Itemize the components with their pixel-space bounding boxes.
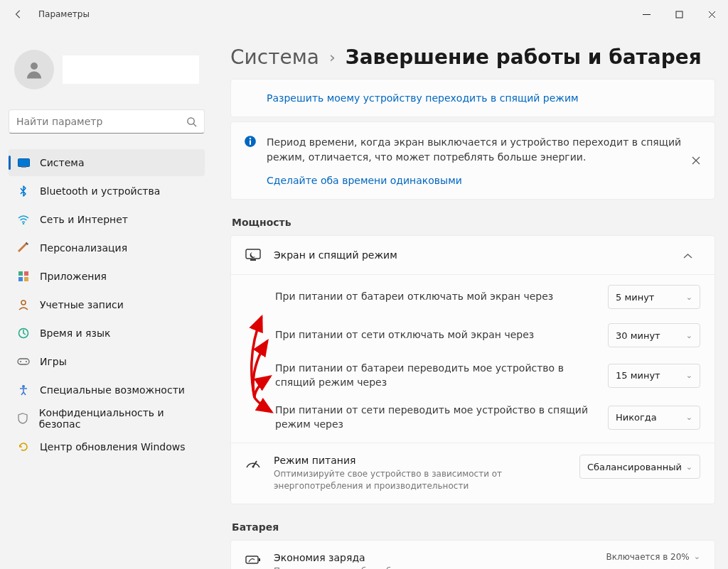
dropdown-value: Сбалансированный [587,462,682,472]
maximize-button[interactable] [663,0,695,28]
svg-rect-23 [250,259,256,261]
gamepad-icon [17,355,30,368]
screen-sleep-header[interactable]: Экран и спящий режим [231,236,714,274]
nav-time-language[interactable]: Время и язык [9,320,205,347]
app-title: Параметры [38,9,90,19]
apps-icon [17,270,30,283]
nav-network[interactable]: Сеть и Интернет [9,206,205,233]
allow-sleep-link[interactable]: Разрешить моему устройству переходить в … [230,79,715,117]
nav-bluetooth[interactable]: Bluetooth и устройства [9,178,205,205]
opt-plugged-sleep: При питании от сети переводить мое устро… [245,396,700,438]
opt-label: При питании от батареи отключать мой экр… [245,290,596,304]
svg-rect-27 [259,558,260,561]
opt-plugged-screen-off: При питании от сети отключать мой экран … [245,316,700,354]
update-icon [17,440,30,453]
nav-label: Персонализация [40,242,127,254]
account-icon [17,298,30,311]
chevron-down-icon: ⌄ [686,371,692,380]
nav-label: Сеть и Интернет [40,214,128,225]
svg-rect-11 [18,277,23,281]
opt-battery-sleep: При питании от батареи переводить мое ус… [245,354,700,396]
nav-accounts[interactable]: Учетные записи [9,291,205,318]
svg-point-20 [250,138,251,139]
svg-point-25 [252,466,255,468]
power-mode-title: Режим питания [274,455,567,466]
chevron-right-icon: › [329,48,336,66]
dropdown-value: 15 минут [616,370,660,381]
user-account-row[interactable] [9,36,205,109]
nav-personalization[interactable]: Персонализация [9,234,205,261]
nav-label: Учетные записи [40,299,124,310]
nav-label: Конфиденциальность и безопас [39,407,196,430]
power-mode-row: Режим питания Оптимизируйте свое устройс… [231,443,714,504]
nav-accessibility[interactable]: Специальные возможности [9,376,205,403]
nav-list: Система Bluetooth и устройства Сеть и Ин… [9,149,205,460]
leaf-battery-icon [245,552,261,568]
info-close-button[interactable] [687,152,705,169]
svg-line-4 [193,124,196,126]
nav-label: Специальные возможности [40,384,185,396]
svg-rect-9 [18,271,23,276]
main-content: Система › Завершение работы и батарея Ра… [213,28,728,569]
dropdown-plugged-sleep[interactable]: Никогда ⌄ [608,406,700,430]
info-text: Период времени, когда экран выключается … [267,135,702,165]
dropdown-value: Никогда [616,412,657,423]
dropdown-power-mode[interactable]: Сбалансированный ⌄ [579,455,700,479]
svg-point-16 [20,361,21,362]
battery-saver-card: Экономия заряда Продлите время работы ба… [230,540,715,569]
screen-sleep-title: Экран и спящий режим [274,249,670,261]
search-box[interactable] [9,109,205,134]
breadcrumb-root[interactable]: Система [230,45,319,69]
clock-globe-icon [17,327,30,340]
dropdown-value: 30 минут [616,330,660,341]
opt-label: При питании от сети отключать мой экран … [245,328,596,342]
chevron-down-icon: ⌄ [694,552,700,561]
nav-system[interactable]: Система [9,149,205,176]
search-input[interactable] [16,116,186,127]
titlebar: Параметры [0,0,728,28]
nav-label: Время и язык [40,327,110,339]
section-battery-title: Батарея [232,521,715,533]
dropdown-value: 5 минут [616,292,654,303]
breadcrumb: Система › Завершение работы и батарея [230,45,715,69]
chevron-down-icon: ⌄ [686,331,692,340]
battery-saver-title: Экономия заряда [274,552,594,563]
back-button[interactable] [7,3,30,26]
nav-apps[interactable]: Приложения [9,263,205,290]
nav-gaming[interactable]: Игры [9,348,205,375]
nav-label: Bluetooth и устройства [40,185,160,197]
screen-sleep-options: При питании от батареи отключать мой экр… [231,274,714,443]
battery-saver-desc: Продлите время работы батареи, ограничив… [274,565,594,569]
battery-saver-status: Включается в 20% ⌄ [606,552,700,562]
svg-rect-1 [676,11,682,18]
dropdown-battery-sleep[interactable]: 15 минут ⌄ [608,364,700,388]
screen-sleep-card: Экран и спящий режим При питании от бата… [230,235,715,504]
info-action-link[interactable]: Сделайте оба времени одинаковыми [267,175,702,186]
chevron-down-icon: ⌄ [686,293,692,302]
shield-icon [17,412,29,425]
battery-saver-row[interactable]: Экономия заряда Продлите время работы ба… [231,541,714,569]
nav-label: Система [40,157,84,168]
minimize-button[interactable] [630,0,663,28]
svg-point-2 [31,63,38,70]
svg-point-3 [188,117,194,124]
gauge-icon [245,455,261,470]
nav-privacy[interactable]: Конфиденциальность и безопас [9,405,205,432]
dropdown-plugged-screen-off[interactable]: 30 минут ⌄ [608,323,700,347]
nav-label: Игры [40,356,67,367]
search-icon [186,116,197,127]
opt-label: При питании от батареи переводить мое ус… [245,362,596,389]
bluetooth-icon [17,185,30,197]
nav-windows-update[interactable]: Центр обновления Windows [9,433,205,460]
chevron-up-icon [683,249,700,262]
sidebar: Система Bluetooth и устройства Сеть и Ин… [0,28,213,569]
dropdown-battery-screen-off[interactable]: 5 минут ⌄ [608,285,700,309]
power-mode-desc: Оптимизируйте свое устройство в зависимо… [274,468,567,492]
svg-rect-15 [18,359,29,364]
svg-rect-21 [250,140,251,145]
chevron-down-icon: ⌄ [686,462,692,472]
nav-label: Центр обновления Windows [40,441,185,453]
avatar [14,50,54,90]
svg-point-18 [22,385,25,388]
close-button[interactable] [695,0,728,28]
